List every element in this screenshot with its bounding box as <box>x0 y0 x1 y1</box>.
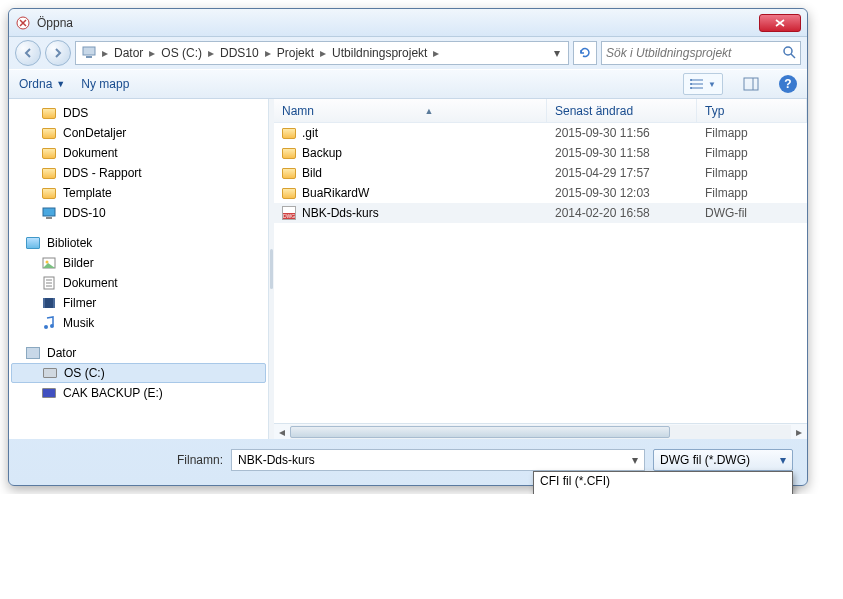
file-row[interactable]: BuaRikardW2015-09-30 12:03Filmapp <box>274 183 807 203</box>
sidebar-item[interactable]: CAK BACKUP (E:) <box>11 383 266 403</box>
breadcrumb-dropdown[interactable]: ▾ <box>548 46 566 60</box>
file-row[interactable]: .git2015-09-30 11:56Filmapp <box>274 123 807 143</box>
scroll-track[interactable] <box>290 425 791 439</box>
svg-rect-2 <box>86 56 92 58</box>
sidebar-item[interactable]: Bilder <box>11 253 266 273</box>
svg-rect-1 <box>83 47 95 55</box>
horizontal-scrollbar[interactable]: ◂ ▸ <box>274 423 807 439</box>
sidebar-item-label: Musik <box>63 316 94 330</box>
folder-icon <box>41 186 57 200</box>
file-date: 2014-02-20 16:58 <box>547 206 697 220</box>
folder-icon <box>282 188 296 199</box>
svg-point-5 <box>690 79 692 81</box>
breadcrumb[interactable]: ▸ Dator ▸ OS (C:) ▸ DDS10 ▸ Projekt ▸ Ut… <box>75 41 569 65</box>
folder-icon <box>41 166 57 180</box>
filter-option[interactable]: CFI fil (*.CFI) <box>534 472 792 490</box>
folder-icon <box>41 146 57 160</box>
chevron-right-icon[interactable]: ▸ <box>100 46 110 60</box>
sidebar-item[interactable]: DDS <box>11 103 266 123</box>
file-rows[interactable]: .git2015-09-30 11:56FilmappBackup2015-09… <box>274 123 807 423</box>
chevron-right-icon[interactable]: ▸ <box>431 46 441 60</box>
search-box[interactable] <box>601 41 801 65</box>
svg-rect-8 <box>744 78 758 90</box>
sidebar-item[interactable]: DDS - Rapport <box>11 163 266 183</box>
computer-icon <box>81 45 97 62</box>
organize-button[interactable]: Ordna ▼ <box>19 77 65 91</box>
close-icon <box>775 19 785 27</box>
sidebar-item-label: DDS-10 <box>63 206 106 220</box>
sidebar-item-label: CAK BACKUP (E:) <box>63 386 163 400</box>
file-type-dropdown[interactable]: CFI fil (*.CFI)VEC fil (*.VEC)Modellfil … <box>533 471 793 494</box>
file-row[interactable]: Backup2015-09-30 11:58Filmapp <box>274 143 807 163</box>
breadcrumb-seg[interactable]: Dator <box>110 46 147 60</box>
scroll-left-icon[interactable]: ◂ <box>274 425 290 439</box>
navigation-tree[interactable]: DDSConDetaljerDokumentDDS - RapportTempl… <box>9 99 269 439</box>
search-input[interactable] <box>606 46 782 60</box>
col-name[interactable]: Namn ▲ <box>274 99 547 122</box>
breadcrumb-seg[interactable]: OS (C:) <box>157 46 206 60</box>
chevron-right-icon[interactable]: ▸ <box>147 46 157 60</box>
sidebar-item[interactable]: Filmer <box>11 293 266 313</box>
scroll-right-icon[interactable]: ▸ <box>791 425 807 439</box>
sidebar-item-label: Template <box>63 186 112 200</box>
svg-rect-10 <box>43 208 55 216</box>
sidebar-item[interactable]: Template <box>11 183 266 203</box>
sidebar-item[interactable]: Musik <box>11 313 266 333</box>
sidebar-group[interactable]: Dator <box>11 343 266 363</box>
new-folder-button[interactable]: Ny mapp <box>81 77 129 91</box>
chevron-down-icon[interactable]: ▾ <box>632 453 638 467</box>
refresh-button[interactable] <box>573 41 597 65</box>
sidebar-item-label: Dokument <box>63 276 118 290</box>
file-row[interactable]: Bild2015-04-29 17:57Filmapp <box>274 163 807 183</box>
file-type-filter[interactable]: DWG fil (*.DWG) ▾ <box>653 449 793 471</box>
toolbar: Ordna ▼ Ny mapp ▼ ? <box>9 69 807 99</box>
titlebar: Öppna <box>9 9 807 37</box>
filter-option[interactable]: VEC fil (*.VEC) <box>534 490 792 494</box>
sidebar-group[interactable]: Bibliotek <box>11 233 266 253</box>
file-type: Filmapp <box>697 126 807 140</box>
sidebar-item[interactable]: Dokument <box>11 273 266 293</box>
file-list: Namn ▲ Senast ändrad Typ .git2015-09-30 … <box>274 99 807 439</box>
sidebar-item-label: Dator <box>47 346 76 360</box>
music-icon <box>41 316 57 330</box>
help-button[interactable]: ? <box>779 75 797 93</box>
sidebar-item-label: DDS <box>63 106 88 120</box>
forward-button[interactable] <box>45 40 71 66</box>
folder-icon <box>41 106 57 120</box>
filename-input[interactable] <box>238 453 632 467</box>
file-name: Bild <box>302 166 322 180</box>
sidebar-item-label: ConDetaljer <box>63 126 126 140</box>
file-type: Filmapp <box>697 186 807 200</box>
close-button[interactable] <box>759 14 801 32</box>
svg-rect-11 <box>46 217 52 219</box>
sidebar-item-label: Bilder <box>63 256 94 270</box>
computer-icon <box>25 346 41 360</box>
chevron-right-icon[interactable]: ▸ <box>318 46 328 60</box>
search-icon[interactable] <box>782 45 796 62</box>
scroll-thumb[interactable] <box>290 426 670 438</box>
filename-combobox[interactable]: ▾ <box>231 449 645 471</box>
view-mode-button[interactable]: ▼ <box>683 73 723 95</box>
sidebar-item[interactable]: Dokument <box>11 143 266 163</box>
breadcrumb-seg[interactable]: Utbildningsprojekt <box>328 46 431 60</box>
sidebar-item[interactable]: OS (C:) <box>11 363 266 383</box>
chevron-down-icon: ▼ <box>56 79 65 89</box>
sidebar-item-label: Bibliotek <box>47 236 92 250</box>
sidebar-item-label: DDS - Rapport <box>63 166 142 180</box>
file-row[interactable]: NBK-Dds-kurs2014-02-20 16:58DWG-fil <box>274 203 807 223</box>
file-name: BuaRikardW <box>302 186 369 200</box>
col-type[interactable]: Typ <box>697 99 807 122</box>
view-details-icon <box>690 78 704 90</box>
chevron-right-icon[interactable]: ▸ <box>263 46 273 60</box>
chevron-right-icon[interactable]: ▸ <box>206 46 216 60</box>
window-title: Öppna <box>37 16 759 30</box>
preview-pane-button[interactable] <box>739 73 763 95</box>
navigation-bar: ▸ Dator ▸ OS (C:) ▸ DDS10 ▸ Projekt ▸ Ut… <box>9 37 807 69</box>
sidebar-item[interactable]: ConDetaljer <box>11 123 266 143</box>
dwg-file-icon <box>282 206 296 220</box>
breadcrumb-seg[interactable]: Projekt <box>273 46 318 60</box>
back-button[interactable] <box>15 40 41 66</box>
breadcrumb-seg[interactable]: DDS10 <box>216 46 263 60</box>
sidebar-item[interactable]: DDS-10 <box>11 203 266 223</box>
col-date[interactable]: Senast ändrad <box>547 99 697 122</box>
